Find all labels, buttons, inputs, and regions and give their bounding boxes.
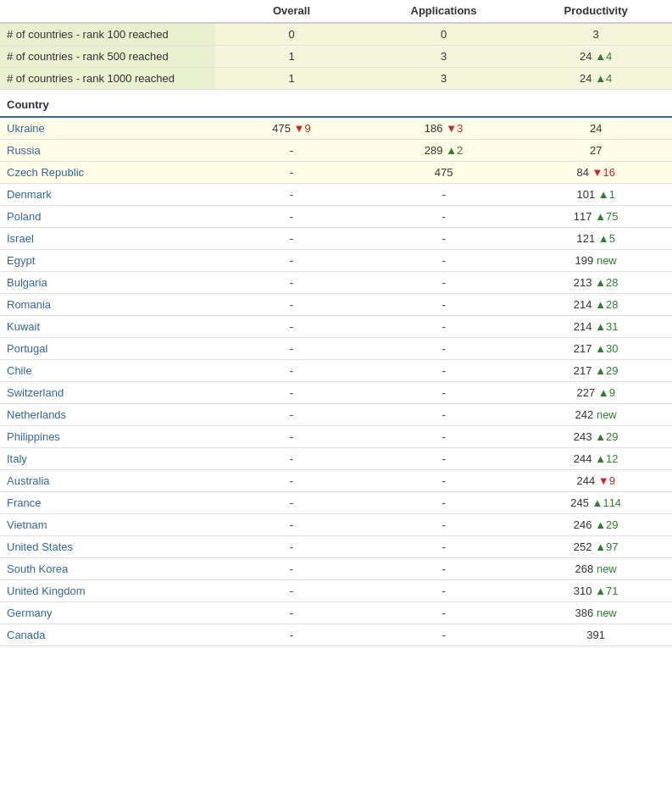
country-name[interactable]: Russia	[0, 140, 215, 162]
country-overall: -	[215, 228, 367, 250]
country-overall: -	[215, 426, 367, 448]
country-overall: -	[215, 492, 367, 514]
country-applications: -	[368, 624, 520, 646]
country-overall: -	[215, 184, 367, 206]
country-productivity: 27	[519, 140, 672, 162]
country-name[interactable]: United States	[0, 536, 215, 558]
country-overall: -	[215, 316, 367, 338]
stat-overall: 0	[215, 23, 367, 46]
country-name[interactable]: United Kingdom	[0, 580, 215, 602]
country-name[interactable]: Kuwait	[0, 316, 215, 338]
stat-label: # of countries - rank 100 reached	[0, 23, 215, 46]
country-applications: -	[368, 316, 520, 338]
country-name[interactable]: Chile	[0, 360, 215, 382]
country-overall: -	[215, 448, 367, 470]
stat-applications: 3	[368, 68, 520, 90]
col-overall-header: Overall	[215, 0, 367, 23]
country-row: South Korea - - 268 new	[0, 558, 672, 580]
country-overall: -	[215, 140, 367, 162]
country-row: Italy - - 244 ▲12	[0, 448, 672, 470]
country-applications: 475	[368, 162, 520, 184]
country-name[interactable]: Netherlands	[0, 404, 215, 426]
country-name[interactable]: Germany	[0, 602, 215, 624]
country-row: Russia - 289 ▲2 27	[0, 140, 672, 162]
country-row: Denmark - - 101 ▲1	[0, 184, 672, 206]
country-row: Australia - - 244 ▼9	[0, 470, 672, 492]
country-row: Portugal - - 217 ▲30	[0, 338, 672, 360]
country-row: Czech Republic - 475 84 ▼16	[0, 162, 672, 184]
country-overall: -	[215, 558, 367, 580]
country-name[interactable]: Italy	[0, 448, 215, 470]
country-applications: -	[368, 382, 520, 404]
country-row: France - - 245 ▲114	[0, 492, 672, 514]
stat-row: # of countries - rank 100 reached 0 0 3	[0, 23, 672, 46]
country-name[interactable]: Canada	[0, 624, 215, 646]
country-row: Bulgaria - - 213 ▲28	[0, 272, 672, 294]
country-productivity: 391	[519, 624, 672, 646]
stat-applications: 3	[368, 46, 520, 68]
country-name[interactable]: Poland	[0, 206, 215, 228]
country-overall: -	[215, 602, 367, 624]
country-applications: -	[368, 426, 520, 448]
stat-label: # of countries - rank 500 reached	[0, 46, 215, 68]
country-productivity: 252 ▲97	[519, 536, 672, 558]
country-productivity: 24	[519, 117, 672, 140]
country-productivity: 217 ▲30	[519, 338, 672, 360]
country-row: United States - - 252 ▲97	[0, 536, 672, 558]
country-overall: -	[215, 162, 367, 184]
stat-row: # of countries - rank 500 reached 1 3 24…	[0, 46, 672, 68]
country-overall: 475 ▼9	[215, 117, 367, 140]
country-name[interactable]: Denmark	[0, 184, 215, 206]
country-overall: -	[215, 206, 367, 228]
country-overall: -	[215, 514, 367, 536]
country-overall: -	[215, 624, 367, 646]
country-name[interactable]: Australia	[0, 470, 215, 492]
country-name[interactable]: Portugal	[0, 338, 215, 360]
col-country-header	[0, 0, 215, 23]
country-name[interactable]: South Korea	[0, 558, 215, 580]
country-row: Switzerland - - 227 ▲9	[0, 382, 672, 404]
country-overall: -	[215, 404, 367, 426]
country-productivity: 214 ▲31	[519, 316, 672, 338]
table-body: # of countries - rank 100 reached 0 0 3 …	[0, 23, 672, 646]
country-applications: -	[368, 272, 520, 294]
country-productivity: 244 ▲12	[519, 448, 672, 470]
stat-row: # of countries - rank 1000 reached 1 3 2…	[0, 68, 672, 90]
country-row: Romania - - 214 ▲28	[0, 294, 672, 316]
country-productivity: 84 ▼16	[519, 162, 672, 184]
country-name[interactable]: Vietnam	[0, 514, 215, 536]
country-applications: -	[368, 470, 520, 492]
country-overall: -	[215, 360, 367, 382]
country-overall: -	[215, 338, 367, 360]
section-header-label: Country	[0, 90, 672, 118]
country-row: Philippines - - 243 ▲29	[0, 426, 672, 448]
country-productivity: 227 ▲9	[519, 382, 672, 404]
stat-overall: 1	[215, 46, 367, 68]
country-name[interactable]: Philippines	[0, 426, 215, 448]
stat-label: # of countries - rank 1000 reached	[0, 68, 215, 90]
country-productivity: 243 ▲29	[519, 426, 672, 448]
country-applications: -	[368, 360, 520, 382]
country-overall: -	[215, 536, 367, 558]
header-row: Overall Applications Productivity	[0, 0, 672, 23]
country-name[interactable]: Egypt	[0, 250, 215, 272]
country-overall: -	[215, 272, 367, 294]
country-applications: -	[368, 492, 520, 514]
country-applications: -	[368, 184, 520, 206]
country-productivity: 217 ▲29	[519, 360, 672, 382]
country-name[interactable]: Ukraine	[0, 117, 215, 140]
country-name[interactable]: Israel	[0, 228, 215, 250]
country-productivity: 268 new	[519, 558, 672, 580]
stat-productivity: 3	[519, 23, 672, 46]
country-applications: -	[368, 514, 520, 536]
country-name[interactable]: Bulgaria	[0, 272, 215, 294]
country-applications: -	[368, 448, 520, 470]
section-header-row: Country	[0, 90, 672, 118]
country-name[interactable]: Romania	[0, 294, 215, 316]
stat-productivity: 24 ▲4	[519, 68, 672, 90]
stat-overall: 1	[215, 68, 367, 90]
country-name[interactable]: France	[0, 492, 215, 514]
country-name[interactable]: Switzerland	[0, 382, 215, 404]
country-name[interactable]: Czech Republic	[0, 162, 215, 184]
main-table: Overall Applications Productivity # of c…	[0, 0, 672, 646]
